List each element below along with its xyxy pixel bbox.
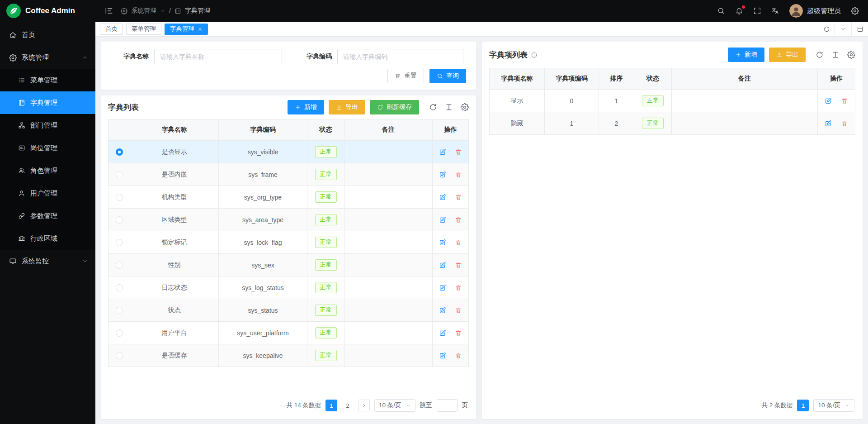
column-settings-icon[interactable] [831, 51, 840, 59]
row-radio[interactable] [116, 239, 123, 246]
row-radio[interactable] [116, 194, 123, 201]
tab-menu-mgmt[interactable]: 菜单管理 [126, 24, 161, 35]
edit-icon[interactable] [825, 120, 832, 127]
edit-icon[interactable] [439, 352, 446, 359]
refresh-icon[interactable] [429, 103, 437, 111]
edit-icon[interactable] [439, 284, 446, 291]
status-badge: 正常 [315, 169, 337, 180]
table-row[interactable]: 显示 0 1 正常 [490, 90, 855, 112]
sidebar-item-menu-mgmt[interactable]: 菜单管理 [0, 69, 95, 91]
sidebar-item-user-mgmt[interactable]: 用户管理 [0, 182, 95, 205]
delete-icon[interactable] [455, 329, 462, 337]
sidebar-item-role-mgmt[interactable]: 角色管理 [0, 159, 95, 182]
edit-icon[interactable] [439, 148, 446, 156]
sidebar-item-param-mgmt[interactable]: 参数管理 [0, 205, 95, 227]
page-button-1[interactable]: 1 [326, 400, 337, 411]
delete-icon[interactable] [841, 120, 848, 127]
close-icon[interactable] [198, 27, 203, 32]
table-row[interactable]: 是否缓存 sys_keepalive 正常 [108, 344, 469, 367]
user-menu[interactable]: 超级管理员 [789, 4, 841, 18]
tab-refresh-button[interactable] [818, 22, 835, 36]
info-icon[interactable] [531, 52, 538, 58]
tab-actions-dropdown[interactable] [835, 22, 851, 36]
edit-icon[interactable] [439, 307, 446, 314]
edit-icon[interactable] [439, 171, 446, 178]
delete-icon[interactable] [455, 148, 462, 156]
table-row[interactable]: 隐藏 1 2 正常 [490, 112, 855, 135]
table-row[interactable]: 是否显示 sys_visible 正常 [108, 141, 469, 163]
sidebar-group-monitor[interactable]: 系统监控 [0, 250, 95, 272]
row-radio[interactable] [116, 307, 123, 314]
row-radio[interactable] [116, 329, 123, 337]
column-settings-icon[interactable] [445, 103, 453, 111]
delete-icon[interactable] [455, 216, 462, 224]
edit-icon[interactable] [439, 239, 446, 246]
add-button[interactable]: 新增 [288, 100, 324, 114]
edit-icon[interactable] [439, 216, 446, 224]
edit-icon[interactable] [439, 194, 446, 201]
export-items-button[interactable]: 导出 [769, 48, 806, 62]
delete-icon[interactable] [455, 239, 462, 246]
row-radio[interactable] [116, 284, 123, 291]
row-radio[interactable] [116, 352, 123, 359]
table-row[interactable]: 日志状态 sys_log_status 正常 [108, 276, 469, 299]
item-code-cell: 0 [545, 90, 599, 112]
table-row[interactable]: 锁定标记 sys_lock_flag 正常 [108, 231, 469, 254]
fullscreen-icon[interactable] [753, 7, 761, 15]
table-row[interactable]: 是否内嵌 sys_frame 正常 [108, 163, 469, 186]
delete-icon[interactable] [841, 97, 848, 105]
sidebar-group-system[interactable]: 系统管理 [0, 46, 95, 69]
delete-icon[interactable] [455, 307, 462, 314]
table-settings-gear-icon[interactable] [847, 51, 855, 59]
delete-icon[interactable] [455, 352, 462, 359]
sidebar-item-dept-mgmt[interactable]: 部门管理 [0, 114, 95, 137]
table-row[interactable]: 机构类型 sys_org_type 正常 [108, 186, 469, 209]
reset-button[interactable]: 重置 [387, 69, 424, 83]
search-icon[interactable] [717, 7, 725, 15]
page-size-select[interactable]: 10 条/页 [813, 399, 854, 412]
dict-code-input[interactable] [337, 49, 463, 64]
row-radio[interactable] [116, 216, 123, 224]
page-size-select[interactable]: 10 条/页 [374, 399, 415, 412]
row-radio[interactable] [116, 262, 123, 269]
notifications-button[interactable] [735, 7, 743, 15]
edit-icon[interactable] [439, 329, 446, 337]
sidebar-item-dict-mgmt[interactable]: 字典管理 [0, 91, 95, 114]
tab-dict-mgmt[interactable]: 字典管理 [165, 24, 208, 35]
dict-name-input[interactable] [154, 49, 282, 64]
edit-icon[interactable] [439, 262, 446, 269]
next-page-button[interactable] [358, 400, 370, 411]
refresh-icon[interactable] [816, 51, 824, 59]
delete-icon[interactable] [455, 171, 462, 178]
table-row[interactable]: 区域类型 sys_area_type 正常 [108, 209, 469, 231]
refresh-cache-button[interactable]: 刷新缓存 [370, 100, 419, 114]
table-settings-gear-icon[interactable] [461, 103, 469, 111]
remark-cell [672, 90, 818, 112]
delete-icon[interactable] [455, 284, 462, 291]
table-row[interactable]: 状态 sys_status 正常 [108, 299, 469, 322]
layout-toggle-button[interactable] [851, 22, 868, 36]
dict-name-cell: 机构类型 [130, 186, 219, 209]
edit-icon[interactable] [825, 97, 832, 105]
table-row[interactable]: 性别 sys_sex 正常 [108, 254, 469, 276]
delete-icon[interactable] [455, 194, 462, 201]
jump-page-input[interactable] [437, 399, 458, 412]
tab-home[interactable]: 首页 [100, 24, 123, 35]
translate-icon[interactable] [771, 7, 779, 15]
delete-icon[interactable] [455, 262, 462, 269]
export-button[interactable]: 导出 [329, 100, 365, 114]
sidebar-item-post-mgmt[interactable]: 岗位管理 [0, 137, 95, 159]
query-button[interactable]: 查询 [429, 69, 466, 83]
table-row[interactable]: 用户平台 sys_user_platform 正常 [108, 322, 469, 344]
page-button-2[interactable]: 2 [342, 400, 354, 411]
sidebar-item-region-mgmt[interactable]: 行政区域 [0, 227, 95, 250]
sidebar-item-home[interactable]: 首页 [0, 24, 95, 46]
settings-gear-icon[interactable] [851, 7, 859, 15]
refresh-icon [823, 26, 830, 33]
breadcrumb-parent[interactable]: 系统管理 [131, 7, 156, 15]
menu-fold-icon[interactable] [104, 6, 113, 15]
row-radio[interactable] [116, 148, 123, 156]
add-item-button[interactable]: 新增 [728, 48, 764, 62]
page-button-1[interactable]: 1 [797, 400, 809, 411]
row-radio[interactable] [116, 171, 123, 178]
